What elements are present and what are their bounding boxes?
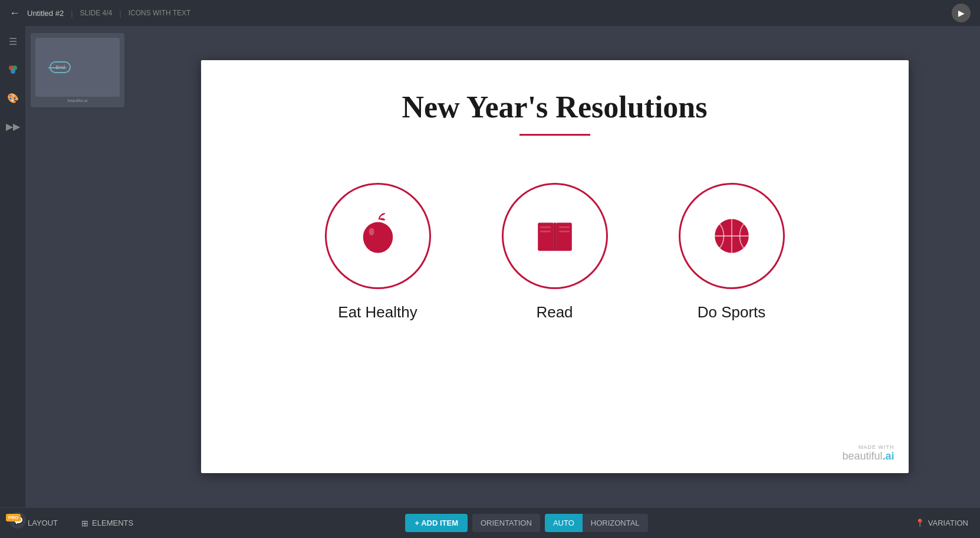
eat-healthy-circle bbox=[325, 183, 431, 289]
top-bar-right: ▶ bbox=[952, 4, 971, 22]
read-circle bbox=[502, 183, 608, 289]
separator-2: | bbox=[119, 9, 121, 18]
slide-thumbnail[interactable]: End beautiful.ai bbox=[31, 33, 124, 107]
svg-rect-4 bbox=[554, 223, 556, 251]
apple-icon bbox=[351, 209, 405, 263]
present-icon[interactable]: ▶▶ bbox=[5, 118, 21, 134]
play-button[interactable]: ▶ bbox=[952, 4, 971, 22]
icon-item-do-sports: Do Sports bbox=[679, 183, 785, 322]
layout-type: ICONS WITH TEXT bbox=[129, 9, 191, 17]
slide-title: New Year's Resolutions bbox=[402, 90, 707, 124]
watermark-made: MADE WITH bbox=[842, 444, 894, 450]
slide-canvas: New Year's Resolutions bbox=[201, 60, 909, 473]
doc-title: Untitled #2 bbox=[27, 9, 64, 18]
elements-icon: ⊞ bbox=[81, 519, 88, 528]
palette-icon[interactable]: 🎨 bbox=[5, 90, 21, 106]
svg-rect-7 bbox=[559, 227, 570, 228]
slide-info: SLIDE 4/4 bbox=[80, 9, 113, 17]
icon-item-eat-healthy: Eat Healthy bbox=[325, 183, 431, 322]
auto-option[interactable]: AUTO bbox=[545, 514, 583, 532]
thumb-end-node: End bbox=[50, 61, 71, 73]
svg-rect-8 bbox=[559, 231, 570, 232]
bottom-right[interactable]: 📍 VARIATION bbox=[915, 519, 968, 527]
back-button[interactable]: ← bbox=[9, 7, 20, 19]
top-bar: ← Untitled #2 | SLIDE 4/4 | ICONS WITH T… bbox=[0, 0, 980, 26]
thumb-content: End bbox=[35, 38, 120, 97]
bottom-toolbar: ☰ LAYOUT ⊞ ELEMENTS + ADD ITEM ORIENTATI… bbox=[0, 507, 980, 538]
orientation-button[interactable]: ORIENTATION bbox=[472, 514, 540, 532]
bottom-left: ☰ LAYOUT ⊞ ELEMENTS bbox=[12, 515, 138, 532]
orientation-group: AUTO HORIZONTAL bbox=[545, 514, 648, 532]
do-sports-circle bbox=[679, 183, 785, 289]
thumb-watermark: beautiful.ai bbox=[35, 99, 120, 103]
separator-1: | bbox=[71, 9, 73, 18]
icon-item-read: Read bbox=[502, 183, 608, 322]
svg-point-3 bbox=[369, 228, 374, 236]
top-bar-left: ← Untitled #2 | SLIDE 4/4 | ICONS WITH T… bbox=[9, 7, 942, 19]
canvas-area: New Year's Resolutions bbox=[129, 26, 980, 507]
colors-icon[interactable] bbox=[5, 61, 21, 78]
slide-thumb-inner: End bbox=[35, 38, 120, 97]
watermark: MADE WITH beautiful.ai bbox=[842, 444, 894, 462]
read-label: Read bbox=[536, 303, 573, 322]
elements-button[interactable]: ⊞ ELEMENTS bbox=[77, 515, 138, 532]
add-item-button[interactable]: + ADD ITEM bbox=[405, 514, 468, 532]
title-underline bbox=[519, 134, 590, 136]
pro-badge: PRO bbox=[6, 514, 21, 521]
eat-healthy-label: Eat Healthy bbox=[338, 303, 417, 322]
icons-row: Eat Healthy bbox=[325, 183, 785, 322]
bottom-center: + ADD ITEM ORIENTATION AUTO HORIZONTAL bbox=[138, 514, 915, 532]
book-icon bbox=[528, 209, 581, 263]
watermark-brand: beautiful.ai bbox=[842, 450, 894, 462]
left-sidebar: ☰ 🎨 ▶▶ bbox=[0, 26, 26, 507]
main-area: ☰ 🎨 ▶▶ End beautiful.ai bbox=[0, 26, 980, 507]
variation-label: VARIATION bbox=[928, 519, 968, 527]
elements-label: ELEMENTS bbox=[92, 519, 133, 527]
horizontal-option[interactable]: HORIZONTAL bbox=[583, 514, 648, 532]
slide-panel: End beautiful.ai bbox=[26, 26, 129, 507]
svg-point-2 bbox=[11, 69, 15, 74]
basketball-icon bbox=[705, 209, 758, 263]
svg-rect-5 bbox=[540, 227, 550, 228]
location-icon: 📍 bbox=[915, 519, 925, 527]
do-sports-label: Do Sports bbox=[698, 303, 766, 322]
layout-label: LAYOUT bbox=[28, 519, 58, 527]
menu-icon[interactable]: ☰ bbox=[5, 33, 21, 50]
svg-rect-6 bbox=[540, 231, 550, 232]
